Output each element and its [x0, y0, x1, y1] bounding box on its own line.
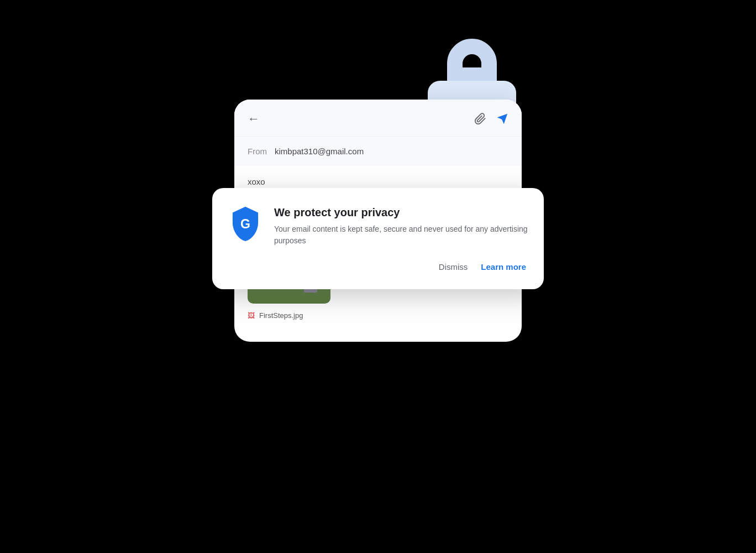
- svg-marker-1: [497, 114, 507, 124]
- attach-icon[interactable]: [474, 113, 486, 125]
- file-name: FirstSteps.jpg: [259, 311, 303, 320]
- google-shield-icon: G: [228, 206, 263, 241]
- privacy-card: G We protect your privacy Your email con…: [212, 188, 544, 289]
- svg-text:G: G: [240, 217, 250, 231]
- privacy-description: Your email content is kept safe, secure …: [274, 223, 528, 247]
- dismiss-button[interactable]: Dismiss: [437, 258, 470, 276]
- privacy-actions: Dismiss Learn more: [228, 258, 528, 276]
- privacy-text-block: We protect your privacy Your email conte…: [274, 206, 528, 247]
- privacy-title: We protect your privacy: [274, 206, 528, 219]
- email-header-icons: [474, 113, 508, 125]
- email-from-row: From kimbpat310@gmail.com: [234, 137, 522, 166]
- learn-more-button[interactable]: Learn more: [479, 258, 528, 276]
- file-attachment: 🖼 FirstSteps.jpg: [248, 311, 508, 320]
- from-label: From: [248, 147, 267, 156]
- back-button[interactable]: ←: [248, 112, 260, 126]
- email-xoxo: xoxo: [248, 177, 508, 186]
- lock-shackle: [447, 39, 497, 83]
- send-icon[interactable]: [496, 113, 508, 125]
- main-scene: ← From kimbpat310@gmail.com xoxo Kim: [207, 39, 549, 514]
- privacy-card-top: G We protect your privacy Your email con…: [228, 206, 528, 247]
- from-email-address: kimbpat310@gmail.com: [275, 147, 364, 156]
- file-icon: 🖼: [248, 311, 255, 320]
- email-header: ←: [234, 100, 522, 137]
